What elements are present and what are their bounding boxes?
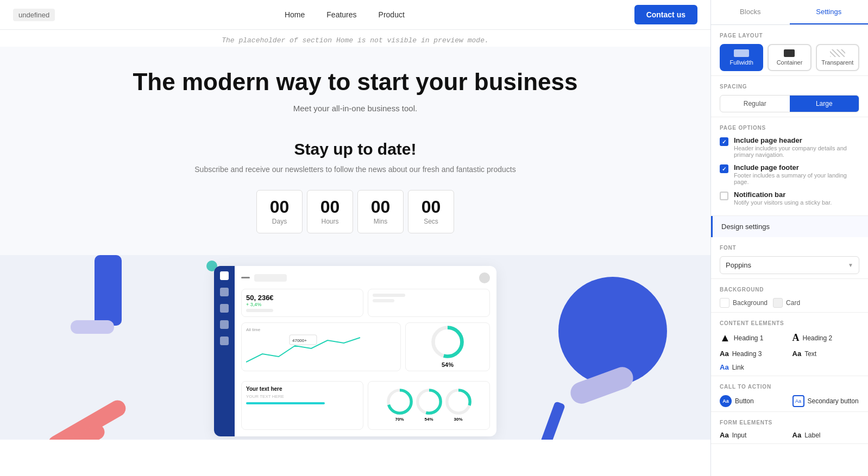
spacing-section: SPACING Regular Large bbox=[711, 76, 868, 117]
main-content-area: undefined Home Features Product Contact … bbox=[0, 0, 710, 476]
hero-subtitle: Meet your all-in-one business tool. bbox=[11, 104, 700, 113]
right-panel: Blocks Settings PAGE LAYOUT Fullwidth Co… bbox=[710, 0, 868, 476]
transparent-label: Transparent bbox=[821, 59, 853, 66]
cta-button[interactable]: Aa Button bbox=[720, 395, 787, 407]
heading1-label: Heading 1 bbox=[734, 334, 764, 342]
checkbox-notif-text: Notification bar Notify your visitors us… bbox=[734, 191, 832, 206]
secondary-button-label: Secondary button bbox=[808, 397, 859, 405]
content-element-link[interactable]: Aa Link bbox=[720, 363, 787, 371]
mock-chart-label: All time bbox=[246, 327, 396, 332]
nav-link-home[interactable]: Home bbox=[285, 10, 305, 19]
mock-stats-row: 50, 236€ + 3,4% bbox=[241, 289, 490, 317]
checkbox-notif[interactable] bbox=[720, 192, 728, 200]
input-icon: Aa bbox=[720, 431, 729, 439]
heading2-icon: A bbox=[792, 332, 800, 344]
layout-container[interactable]: Container bbox=[768, 44, 811, 71]
mock-donut-card-row-2: 70% 54% bbox=[368, 381, 490, 430]
mock-sidebar-icon-3 bbox=[220, 304, 229, 313]
checkbox-header-text: Include page header Header includes your… bbox=[734, 136, 859, 158]
panel-tabs: Blocks Settings bbox=[711, 0, 868, 25]
countdown-days: 00 Days bbox=[256, 190, 303, 233]
bg-option-background[interactable]: Background bbox=[720, 298, 768, 308]
mock-donut-item-2: 54% bbox=[416, 389, 442, 422]
navigation: undefined Home Features Product Contact … bbox=[0, 0, 710, 30]
cta-secondary-button[interactable]: Aa Secondary button bbox=[792, 395, 860, 407]
fullwidth-icon bbox=[734, 49, 749, 57]
heading3-icon: Aa bbox=[720, 350, 729, 358]
checkbox-header[interactable]: ✓ bbox=[720, 137, 728, 146]
countdown-mins-label: Mins bbox=[374, 218, 387, 225]
button-icon: Aa bbox=[720, 395, 732, 407]
page-options-section: PAGE OPTIONS ✓ Include page header Heade… bbox=[711, 117, 868, 216]
checkbox-row-footer: ✓ Include page footer Footer includes a … bbox=[720, 163, 859, 185]
spacing-large[interactable]: Large bbox=[790, 96, 859, 112]
mock-donut-card-1: 54% bbox=[405, 322, 490, 371]
nav-link-features[interactable]: Features bbox=[326, 10, 356, 19]
font-value: Poppins bbox=[726, 261, 751, 269]
contact-us-button[interactable]: Contact us bbox=[634, 5, 697, 24]
page-layout-section: PAGE LAYOUT Fullwidth Container Transpar… bbox=[711, 25, 868, 76]
countdown-hours: 00 Hours bbox=[307, 190, 353, 233]
mock-donut-item-1: 70% bbox=[387, 389, 413, 422]
form-label[interactable]: Aa Label bbox=[792, 431, 860, 439]
content-element-h3[interactable]: Aa Heading 3 bbox=[720, 350, 787, 358]
nav-links: Home Features Product bbox=[77, 10, 613, 19]
checkbox-footer[interactable]: ✓ bbox=[720, 164, 728, 173]
mock-line-chart-card: All time 47000+ bbox=[241, 322, 401, 371]
checkbox-footer-label: Include page footer bbox=[734, 163, 859, 172]
mock-main-content: 50, 236€ + 3,4% All time bbox=[235, 266, 496, 436]
mock-donut-item-3: 30% bbox=[445, 389, 471, 422]
secondary-button-icon: Aa bbox=[792, 395, 804, 407]
countdown-days-label: Days bbox=[272, 218, 287, 225]
deco-blue-rect bbox=[540, 401, 565, 440]
bg-option-card[interactable]: Card bbox=[773, 298, 800, 308]
mock-top-bar bbox=[241, 272, 490, 283]
deco-blue-bar bbox=[95, 255, 122, 326]
mock-stat-label bbox=[246, 309, 273, 312]
font-label: FONT bbox=[720, 245, 859, 251]
mock-donut-svg-1 bbox=[431, 326, 464, 358]
design-settings-link[interactable]: Design settings bbox=[711, 216, 868, 237]
bg-swatch-card bbox=[773, 298, 783, 308]
form-input[interactable]: Aa Input bbox=[720, 431, 787, 439]
label-label: Label bbox=[804, 431, 820, 439]
text-icon: Aa bbox=[792, 350, 802, 358]
container-label: Container bbox=[777, 59, 803, 66]
button-label: Button bbox=[735, 397, 754, 405]
content-element-h2[interactable]: A Heading 2 bbox=[792, 332, 860, 344]
layout-fullwidth[interactable]: Fullwidth bbox=[720, 44, 763, 71]
content-element-text[interactable]: Aa Text bbox=[792, 350, 860, 358]
countdown-secs: 00 Secs bbox=[408, 190, 454, 233]
mock-sidebar-icon-2 bbox=[220, 288, 229, 296]
stay-title: Stay up to date! bbox=[11, 140, 700, 158]
countdown-secs-label: Secs bbox=[424, 218, 438, 225]
mock-text-sub: Your text here bbox=[246, 394, 358, 399]
font-select[interactable]: Poppins ▼ bbox=[720, 256, 859, 274]
transparent-icon bbox=[830, 49, 845, 57]
mock-menu-icon bbox=[241, 277, 250, 278]
tab-blocks[interactable]: Blocks bbox=[711, 0, 790, 24]
checkbox-header-label: Include page header bbox=[734, 136, 859, 144]
content-elements-label: CONTENT ELEMENTS bbox=[720, 320, 859, 326]
mock-line-chart-svg: 47000+ bbox=[246, 332, 396, 367]
tab-settings[interactable]: Settings bbox=[790, 0, 869, 24]
mock-donut-sm-svg-3 bbox=[445, 389, 471, 415]
heading1-icon: ▲ bbox=[720, 332, 731, 344]
layout-transparent[interactable]: Transparent bbox=[816, 44, 859, 71]
mock-donut-label-70: 70% bbox=[387, 417, 413, 422]
background-section: BACKGROUND Background Card bbox=[711, 279, 868, 313]
content-element-h1[interactable]: ▲ Heading 1 bbox=[720, 332, 787, 344]
spacing-regular[interactable]: Regular bbox=[720, 96, 790, 112]
container-icon bbox=[784, 49, 795, 57]
mock-donut-sm-svg-1 bbox=[387, 389, 413, 415]
countdown-mins: 00 Mins bbox=[357, 190, 404, 233]
countdown-mins-value: 00 bbox=[371, 198, 391, 215]
nav-link-product[interactable]: Product bbox=[379, 10, 405, 19]
mock-sidebar-icon-5 bbox=[220, 337, 229, 345]
chevron-down-icon: ▼ bbox=[848, 262, 853, 268]
heading2-label: Heading 2 bbox=[803, 334, 833, 342]
content-elements-grid: ▲ Heading 1 A Heading 2 Aa Heading 3 Aa … bbox=[720, 332, 859, 371]
form-elements-grid: Aa Input Aa Label bbox=[720, 431, 859, 439]
mock-text-heading: Your text here bbox=[246, 386, 358, 392]
bg-options: Background Card bbox=[720, 298, 859, 308]
